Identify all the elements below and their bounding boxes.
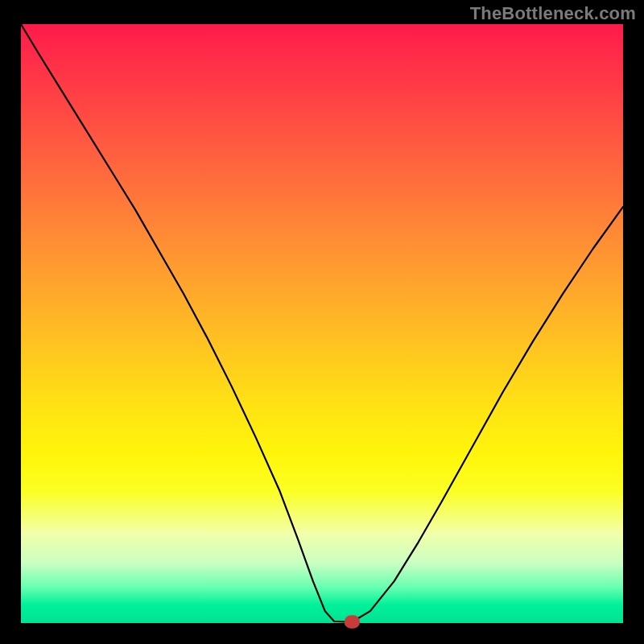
- bottleneck-curve: [21, 24, 623, 622]
- attribution-text: TheBottleneck.com: [470, 3, 636, 24]
- chart-svg: [21, 24, 623, 623]
- plot-area: [21, 24, 623, 623]
- optimum-marker: [347, 618, 357, 625]
- chart-frame: TheBottleneck.com: [0, 0, 644, 644]
